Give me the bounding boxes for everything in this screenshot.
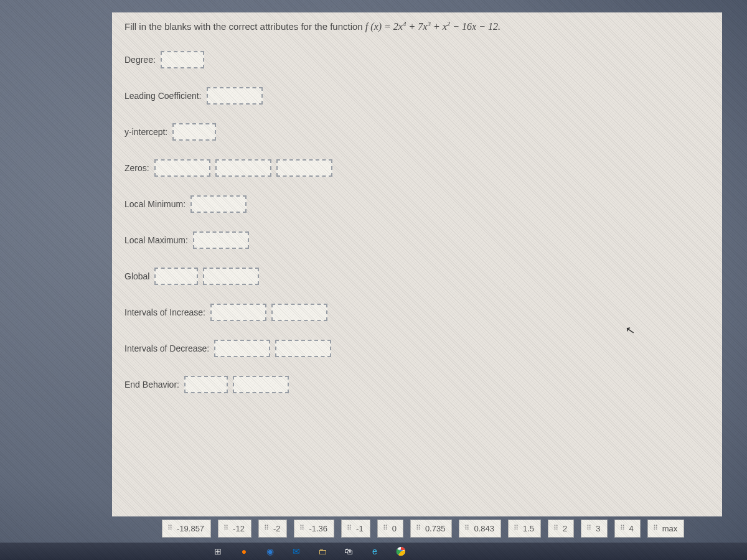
file-explorer-icon[interactable]: 🗀 xyxy=(316,545,329,558)
drag-handle-icon xyxy=(588,526,593,532)
drop-leading-coeff[interactable] xyxy=(207,87,263,105)
row-degree: Degree: xyxy=(125,51,710,68)
drag-handle-icon xyxy=(555,526,560,532)
tile-neg1[interactable]: -1 xyxy=(341,520,370,538)
row-end-behavior: End Behavior: xyxy=(125,376,710,393)
drag-handle-icon xyxy=(654,526,659,532)
drop-intervals-inc-1[interactable] xyxy=(210,304,266,321)
drag-handle-icon xyxy=(466,526,471,532)
row-local-max: Local Maximum: xyxy=(125,231,710,249)
drop-zeros-2[interactable] xyxy=(215,159,271,177)
drop-y-intercept[interactable] xyxy=(172,123,216,141)
tile-2[interactable]: 2 xyxy=(548,520,574,538)
drag-handle-icon xyxy=(301,526,306,532)
windows-taskbar: ⊞ ● ◉ ✉ 🗀 🛍 e xyxy=(0,543,747,560)
drag-handle-icon xyxy=(515,526,520,532)
mail-icon[interactable]: ✉ xyxy=(290,545,303,558)
row-y-intercept: y-intercept: xyxy=(125,123,710,141)
worksheet-panel: Fill in the blanks with the correct attr… xyxy=(112,12,722,516)
row-zeros: Zeros: xyxy=(125,159,710,177)
label-local-max: Local Maximum: xyxy=(125,235,188,245)
drag-handle-icon xyxy=(265,526,270,532)
tile-4[interactable]: 4 xyxy=(614,520,641,538)
row-global: Global xyxy=(125,268,710,285)
label-leading-coeff: Leading Coefficient: xyxy=(125,91,202,101)
tile-max[interactable]: max xyxy=(647,520,685,538)
label-intervals-dec: Intervals of Decrease: xyxy=(125,343,209,353)
drag-handle-icon xyxy=(621,526,626,532)
chrome-icon[interactable] xyxy=(395,545,407,558)
drop-intervals-dec-2[interactable] xyxy=(275,340,331,357)
label-zeros: Zeros: xyxy=(125,163,149,173)
tile-neg1-36[interactable]: -1.36 xyxy=(294,520,334,538)
row-leading-coeff: Leading Coefficient: xyxy=(125,87,710,105)
label-y-intercept: y-intercept: xyxy=(125,127,167,137)
drag-handle-icon xyxy=(225,526,230,532)
drop-local-min[interactable] xyxy=(190,195,247,213)
drag-handle-icon xyxy=(169,526,174,532)
drag-handle-icon xyxy=(417,526,422,532)
row-intervals-dec: Intervals of Decrease: xyxy=(125,340,710,357)
drop-intervals-inc-2[interactable] xyxy=(271,304,327,321)
label-end-behavior: End Behavior: xyxy=(125,380,179,390)
label-local-min: Local Minimum: xyxy=(125,199,186,209)
edge-icon[interactable]: e xyxy=(369,545,381,558)
row-intervals-inc: Intervals of Increase: xyxy=(125,304,710,321)
drop-intervals-dec-1[interactable] xyxy=(214,340,270,357)
label-degree: Degree: xyxy=(125,55,156,65)
drop-end-behavior-1[interactable] xyxy=(184,376,228,393)
drop-global-1[interactable] xyxy=(154,268,198,285)
outlook-icon[interactable]: ◉ xyxy=(264,545,276,558)
label-intervals-inc: Intervals of Increase: xyxy=(125,307,205,317)
label-global: Global xyxy=(125,271,149,281)
drop-zeros-1[interactable] xyxy=(154,159,210,177)
row-local-min: Local Minimum: xyxy=(125,195,710,213)
prompt-intro: Fill in the blanks with the correct attr… xyxy=(125,21,365,32)
task-view-icon[interactable]: ⊞ xyxy=(212,545,224,558)
tile-neg19-857[interactable]: -19.857 xyxy=(162,520,211,538)
drop-local-max[interactable] xyxy=(193,231,249,249)
drop-global-2[interactable] xyxy=(203,268,259,285)
drop-degree[interactable] xyxy=(161,51,204,68)
drag-handle-icon xyxy=(348,526,353,532)
function-expression: f (x) = 2x4 + 7x3 + x2 − 16x − 12. xyxy=(365,21,500,32)
question-prompt: Fill in the blanks with the correct attr… xyxy=(125,20,710,32)
drag-handle-icon xyxy=(384,526,389,532)
answer-tiles-tray: -19.857 -12 -2 -1.36 -1 0 0.735 0.843 1.… xyxy=(162,520,684,538)
tile-3[interactable]: 3 xyxy=(581,520,607,538)
store-icon[interactable]: 🛍 xyxy=(342,545,355,558)
tile-0-843[interactable]: 0.843 xyxy=(459,520,501,538)
drop-end-behavior-2[interactable] xyxy=(233,376,289,393)
drop-zeros-3[interactable] xyxy=(276,159,332,177)
tile-1-5[interactable]: 1.5 xyxy=(508,520,541,538)
tile-0[interactable]: 0 xyxy=(377,520,403,538)
tile-neg2[interactable]: -2 xyxy=(258,520,288,538)
tile-neg12[interactable]: -12 xyxy=(218,520,251,538)
firefox-icon[interactable]: ● xyxy=(238,545,250,558)
tile-0-735[interactable]: 0.735 xyxy=(410,520,453,538)
